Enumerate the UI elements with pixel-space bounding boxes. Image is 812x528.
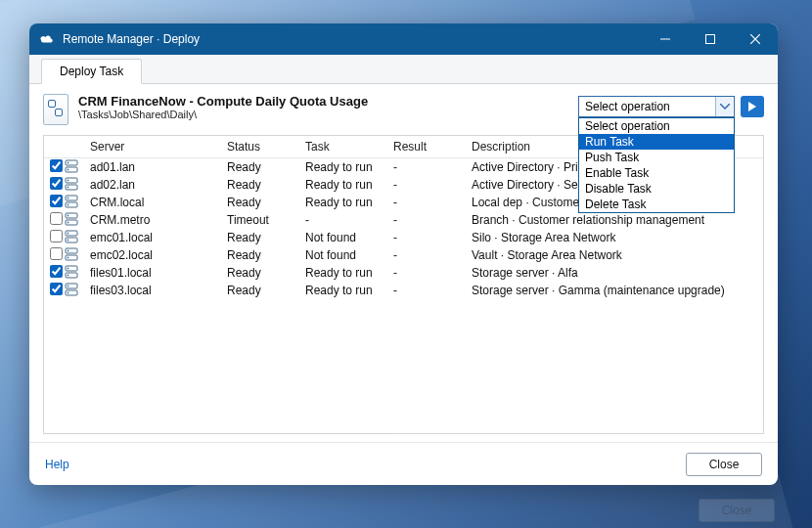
chevron-down-icon bbox=[715, 97, 733, 116]
svg-point-29 bbox=[68, 274, 69, 276]
cell-server: CRM.local bbox=[82, 194, 219, 211]
cell-result: - bbox=[385, 282, 464, 299]
cell-server: files03.local bbox=[82, 282, 219, 299]
row-checkbox[interactable] bbox=[50, 212, 63, 225]
svg-rect-0 bbox=[660, 39, 670, 40]
server-icon bbox=[65, 264, 82, 282]
svg-point-33 bbox=[68, 291, 69, 293]
minimize-button[interactable] bbox=[643, 23, 688, 55]
row-checkbox[interactable] bbox=[50, 159, 63, 172]
cell-result: - bbox=[385, 246, 464, 264]
cell-server: CRM.metro bbox=[82, 211, 219, 229]
operation-option[interactable]: Enable Task bbox=[579, 165, 734, 181]
column-header[interactable]: Result bbox=[385, 136, 464, 158]
svg-point-8 bbox=[68, 179, 69, 181]
cell-result: - bbox=[385, 264, 464, 282]
cell-task: Ready to run bbox=[297, 282, 385, 299]
operation-area: Select operation Select operationRun Tas… bbox=[578, 96, 764, 117]
cell-task: Not found bbox=[297, 229, 385, 246]
cell-description: Vault · Storage Area Network bbox=[464, 246, 763, 264]
cloud-icon bbox=[39, 33, 55, 45]
svg-point-16 bbox=[68, 214, 69, 216]
svg-point-13 bbox=[68, 203, 69, 205]
operation-dropdown[interactable]: Select operationRun TaskPush TaskEnable … bbox=[578, 117, 735, 213]
tab-deploy-task[interactable]: Deploy Task bbox=[41, 59, 142, 84]
table-row[interactable]: emc01.localReadyNot found-Silo · Storage… bbox=[44, 229, 763, 246]
cell-result: - bbox=[385, 229, 464, 246]
cell-server: emc02.local bbox=[82, 246, 219, 264]
close-button[interactable]: Close bbox=[686, 453, 762, 476]
table-row[interactable]: emc02.localReadyNot found-Vault · Storag… bbox=[44, 246, 763, 264]
task-file-icon bbox=[43, 94, 68, 125]
table-row[interactable]: files03.localReadyReady to run-Storage s… bbox=[44, 282, 763, 299]
cell-result: - bbox=[385, 176, 464, 194]
cell-status: Ready bbox=[219, 176, 297, 194]
row-checkbox[interactable] bbox=[50, 265, 63, 278]
operation-option[interactable]: Disable Task bbox=[579, 181, 734, 197]
titlebar[interactable]: Remote Manager · Deploy bbox=[29, 23, 778, 55]
server-icon bbox=[65, 282, 82, 299]
svg-point-25 bbox=[68, 256, 69, 258]
column-header[interactable]: Task bbox=[297, 136, 385, 158]
background-close-shadow: Close bbox=[699, 499, 775, 522]
operation-option[interactable]: Push Task bbox=[579, 150, 734, 165]
operation-option[interactable]: Select operation bbox=[579, 118, 734, 134]
cell-task: Ready to run bbox=[297, 194, 385, 211]
cell-result: - bbox=[385, 158, 464, 177]
operation-option[interactable]: Delete Task bbox=[579, 197, 734, 212]
cell-task: Ready to run bbox=[297, 158, 385, 177]
cell-status: Timeout bbox=[219, 211, 297, 229]
column-icon bbox=[65, 136, 82, 158]
row-checkbox[interactable] bbox=[50, 247, 63, 260]
row-checkbox[interactable] bbox=[50, 283, 63, 295]
svg-point-17 bbox=[68, 221, 69, 223]
svg-point-5 bbox=[68, 168, 69, 170]
cell-result: - bbox=[385, 211, 464, 229]
svg-point-4 bbox=[68, 161, 69, 163]
cell-server: ad02.lan bbox=[82, 176, 219, 194]
cell-server: emc01.local bbox=[82, 229, 219, 246]
content-area: CRM FinanceNow - Compute Daily Quota Usa… bbox=[29, 84, 778, 442]
cell-result: - bbox=[385, 194, 464, 211]
tabstrip: Deploy Task bbox=[29, 55, 778, 84]
maximize-button[interactable] bbox=[688, 23, 733, 55]
cell-task: Not found bbox=[297, 246, 385, 264]
cell-server: files01.local bbox=[82, 264, 219, 282]
cell-status: Ready bbox=[219, 246, 297, 264]
server-icon bbox=[65, 158, 82, 177]
cell-status: Ready bbox=[219, 229, 297, 246]
svg-point-28 bbox=[68, 267, 69, 269]
svg-point-12 bbox=[68, 197, 69, 198]
server-icon bbox=[65, 176, 82, 194]
column-header[interactable]: Server bbox=[82, 136, 219, 158]
cell-status: Ready bbox=[219, 264, 297, 282]
svg-point-20 bbox=[68, 232, 69, 234]
close-window-button[interactable] bbox=[733, 23, 778, 55]
server-icon bbox=[65, 211, 82, 229]
run-operation-button[interactable] bbox=[741, 96, 764, 117]
column-checkbox bbox=[44, 136, 65, 158]
table-row[interactable]: files01.localReadyReady to run-Storage s… bbox=[44, 264, 763, 282]
window-title: Remote Manager · Deploy bbox=[63, 32, 643, 46]
operation-option[interactable]: Run Task bbox=[579, 134, 734, 150]
row-checkbox[interactable] bbox=[50, 230, 63, 242]
cell-server: ad01.lan bbox=[82, 158, 219, 177]
operation-select[interactable]: Select operation bbox=[578, 96, 735, 117]
svg-point-24 bbox=[68, 249, 69, 251]
help-link[interactable]: Help bbox=[45, 458, 69, 471]
row-checkbox[interactable] bbox=[50, 177, 63, 190]
server-icon bbox=[65, 246, 82, 264]
cell-task: - bbox=[297, 211, 385, 229]
table-row[interactable]: CRM.metroTimeout--Branch · Customer rela… bbox=[44, 211, 763, 229]
cell-status: Ready bbox=[219, 158, 297, 177]
play-icon bbox=[747, 102, 757, 111]
cell-description: Silo · Storage Area Network bbox=[464, 229, 763, 246]
cell-description: Storage server · Alfa bbox=[464, 264, 763, 282]
dialog-footer: Help Close bbox=[29, 442, 778, 485]
operation-select-value: Select operation bbox=[585, 100, 670, 113]
cell-task: Ready to run bbox=[297, 264, 385, 282]
cell-task: Ready to run bbox=[297, 176, 385, 194]
row-checkbox[interactable] bbox=[50, 195, 63, 207]
svg-point-32 bbox=[68, 285, 69, 286]
column-header[interactable]: Status bbox=[219, 136, 297, 158]
